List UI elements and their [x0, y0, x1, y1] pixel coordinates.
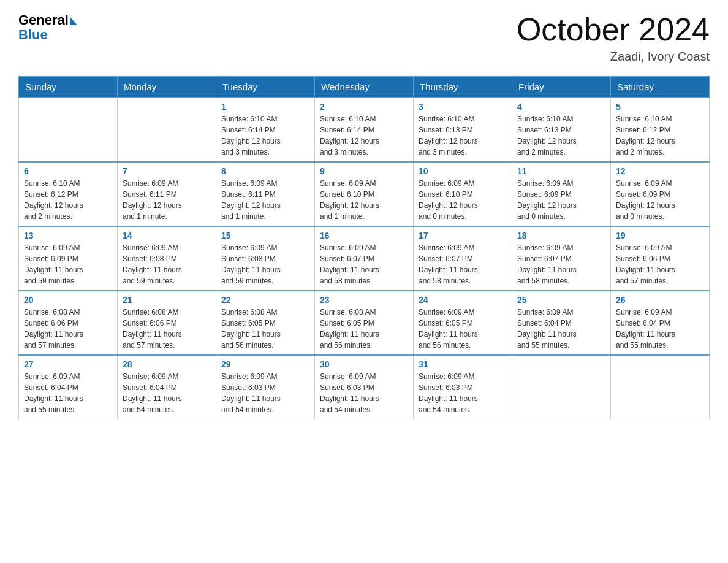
week-row-4: 20Sunrise: 6:08 AMSunset: 6:06 PMDayligh…: [19, 291, 710, 355]
week-row-1: 1Sunrise: 6:10 AMSunset: 6:14 PMDaylight…: [19, 98, 710, 162]
calendar-cell: 18Sunrise: 6:09 AMSunset: 6:07 PMDayligh…: [512, 226, 611, 291]
day-number: 10: [419, 166, 507, 176]
day-number: 6: [24, 166, 112, 176]
day-info: Sunrise: 6:09 AMSunset: 6:09 PMDaylight:…: [24, 242, 112, 286]
day-info: Sunrise: 6:08 AMSunset: 6:06 PMDaylight:…: [123, 307, 211, 351]
day-info: Sunrise: 6:09 AMSunset: 6:08 PMDaylight:…: [123, 242, 211, 286]
day-number: 31: [419, 359, 507, 369]
calendar-cell: 31Sunrise: 6:09 AMSunset: 6:03 PMDayligh…: [414, 355, 512, 419]
calendar-cell: 21Sunrise: 6:08 AMSunset: 6:06 PMDayligh…: [118, 291, 216, 355]
calendar-cell: 9Sunrise: 6:09 AMSunset: 6:10 PMDaylight…: [315, 162, 414, 226]
day-info: Sunrise: 6:10 AMSunset: 6:12 PMDaylight:…: [24, 178, 112, 222]
page-header: General Blue October 2024 Zaadi, Ivory C…: [18, 12, 710, 64]
day-number: 26: [616, 295, 704, 305]
calendar-cell: [118, 98, 216, 162]
day-number: 23: [320, 295, 408, 305]
day-number: 19: [616, 231, 704, 240]
day-number: 28: [123, 359, 211, 369]
day-info: Sunrise: 6:09 AMSunset: 6:09 PMDaylight:…: [517, 178, 605, 222]
day-number: 9: [320, 166, 408, 176]
day-number: 18: [517, 231, 605, 240]
day-info: Sunrise: 6:10 AMSunset: 6:13 PMDaylight:…: [419, 113, 507, 158]
day-number: 17: [419, 231, 507, 240]
day-number: 14: [123, 231, 211, 240]
calendar-cell: 13Sunrise: 6:09 AMSunset: 6:09 PMDayligh…: [19, 226, 118, 291]
calendar-cell: 1Sunrise: 6:10 AMSunset: 6:14 PMDaylight…: [216, 98, 315, 162]
day-info: Sunrise: 6:09 AMSunset: 6:04 PMDaylight:…: [24, 371, 112, 415]
calendar-cell: 11Sunrise: 6:09 AMSunset: 6:09 PMDayligh…: [512, 162, 611, 226]
calendar-header-friday: Friday: [512, 77, 611, 98]
day-number: 20: [24, 295, 112, 305]
calendar-cell: 6Sunrise: 6:10 AMSunset: 6:12 PMDaylight…: [19, 162, 118, 226]
day-number: 5: [616, 102, 704, 112]
day-info: Sunrise: 6:09 AMSunset: 6:10 PMDaylight:…: [419, 178, 507, 222]
day-number: 24: [419, 295, 507, 305]
calendar-header-thursday: Thursday: [414, 77, 512, 98]
page-title: October 2024: [517, 12, 710, 47]
week-row-5: 27Sunrise: 6:09 AMSunset: 6:04 PMDayligh…: [19, 355, 710, 419]
day-info: Sunrise: 6:09 AMSunset: 6:11 PMDaylight:…: [123, 178, 211, 222]
calendar-cell: 5Sunrise: 6:10 AMSunset: 6:12 PMDaylight…: [611, 98, 710, 162]
day-number: 22: [221, 295, 309, 305]
calendar-cell: 3Sunrise: 6:10 AMSunset: 6:13 PMDaylight…: [414, 98, 512, 162]
day-info: Sunrise: 6:09 AMSunset: 6:07 PMDaylight:…: [419, 242, 507, 286]
day-info: Sunrise: 6:08 AMSunset: 6:05 PMDaylight:…: [320, 307, 408, 351]
day-number: 8: [221, 166, 309, 176]
day-info: Sunrise: 6:08 AMSunset: 6:06 PMDaylight:…: [24, 307, 112, 351]
calendar-cell: [19, 98, 118, 162]
calendar-table: SundayMondayTuesdayWednesdayThursdayFrid…: [18, 76, 710, 419]
location-subtitle: Zaadi, Ivory Coast: [517, 50, 710, 64]
week-row-2: 6Sunrise: 6:10 AMSunset: 6:12 PMDaylight…: [19, 162, 710, 226]
calendar-cell: 12Sunrise: 6:09 AMSunset: 6:09 PMDayligh…: [611, 162, 710, 226]
calendar-cell: 16Sunrise: 6:09 AMSunset: 6:07 PMDayligh…: [315, 226, 414, 291]
day-number: 27: [24, 359, 112, 369]
day-info: Sunrise: 6:09 AMSunset: 6:11 PMDaylight:…: [221, 178, 309, 222]
calendar-header-monday: Monday: [118, 77, 216, 98]
day-info: Sunrise: 6:09 AMSunset: 6:07 PMDaylight:…: [517, 242, 605, 286]
day-number: 7: [123, 166, 211, 176]
calendar-cell: 19Sunrise: 6:09 AMSunset: 6:06 PMDayligh…: [611, 226, 710, 291]
day-number: 29: [221, 359, 309, 369]
day-info: Sunrise: 6:10 AMSunset: 6:13 PMDaylight:…: [517, 113, 605, 158]
calendar-header-saturday: Saturday: [611, 77, 710, 98]
day-number: 11: [517, 166, 605, 176]
day-info: Sunrise: 6:10 AMSunset: 6:14 PMDaylight:…: [320, 113, 408, 158]
day-info: Sunrise: 6:10 AMSunset: 6:14 PMDaylight:…: [221, 113, 309, 158]
calendar-cell: 22Sunrise: 6:08 AMSunset: 6:05 PMDayligh…: [216, 291, 315, 355]
calendar-cell: 8Sunrise: 6:09 AMSunset: 6:11 PMDaylight…: [216, 162, 315, 226]
day-number: 12: [616, 166, 704, 176]
logo-blue-text: Blue: [18, 27, 48, 43]
calendar-cell: 27Sunrise: 6:09 AMSunset: 6:04 PMDayligh…: [19, 355, 118, 419]
day-info: Sunrise: 6:09 AMSunset: 6:03 PMDaylight:…: [419, 371, 507, 415]
calendar-cell: 23Sunrise: 6:08 AMSunset: 6:05 PMDayligh…: [315, 291, 414, 355]
calendar-cell: 2Sunrise: 6:10 AMSunset: 6:14 PMDaylight…: [315, 98, 414, 162]
day-info: Sunrise: 6:09 AMSunset: 6:07 PMDaylight:…: [320, 242, 408, 286]
day-number: 16: [320, 231, 408, 240]
day-info: Sunrise: 6:08 AMSunset: 6:05 PMDaylight:…: [221, 307, 309, 351]
day-info: Sunrise: 6:09 AMSunset: 6:04 PMDaylight:…: [616, 307, 704, 351]
day-info: Sunrise: 6:09 AMSunset: 6:09 PMDaylight:…: [616, 178, 704, 222]
day-info: Sunrise: 6:09 AMSunset: 6:05 PMDaylight:…: [419, 307, 507, 351]
day-number: 13: [24, 231, 112, 240]
calendar-cell: [611, 355, 710, 419]
calendar-header-row: SundayMondayTuesdayWednesdayThursdayFrid…: [19, 77, 710, 98]
day-info: Sunrise: 6:10 AMSunset: 6:12 PMDaylight:…: [616, 113, 704, 158]
calendar-cell: 29Sunrise: 6:09 AMSunset: 6:03 PMDayligh…: [216, 355, 315, 419]
logo-triangle-icon: [70, 17, 77, 25]
calendar-cell: 26Sunrise: 6:09 AMSunset: 6:04 PMDayligh…: [611, 291, 710, 355]
calendar-cell: 25Sunrise: 6:09 AMSunset: 6:04 PMDayligh…: [512, 291, 611, 355]
title-area: October 2024 Zaadi, Ivory Coast: [517, 12, 710, 64]
week-row-3: 13Sunrise: 6:09 AMSunset: 6:09 PMDayligh…: [19, 226, 710, 291]
day-info: Sunrise: 6:09 AMSunset: 6:03 PMDaylight:…: [221, 371, 309, 415]
calendar-cell: 30Sunrise: 6:09 AMSunset: 6:03 PMDayligh…: [315, 355, 414, 419]
day-number: 1: [221, 102, 309, 112]
calendar-cell: 20Sunrise: 6:08 AMSunset: 6:06 PMDayligh…: [19, 291, 118, 355]
calendar-header-sunday: Sunday: [19, 77, 118, 98]
calendar-cell: 15Sunrise: 6:09 AMSunset: 6:08 PMDayligh…: [216, 226, 315, 291]
calendar-cell: 14Sunrise: 6:09 AMSunset: 6:08 PMDayligh…: [118, 226, 216, 291]
logo: General Blue: [18, 12, 77, 43]
day-number: 25: [517, 295, 605, 305]
calendar-cell: 17Sunrise: 6:09 AMSunset: 6:07 PMDayligh…: [414, 226, 512, 291]
calendar-header-tuesday: Tuesday: [216, 77, 315, 98]
day-number: 2: [320, 102, 408, 112]
